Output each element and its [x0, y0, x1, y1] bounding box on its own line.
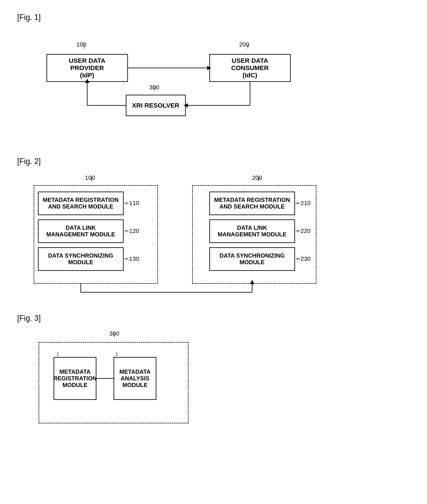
fig3-label: [Fig. 3] [17, 314, 410, 323]
figure-3: [Fig. 3] 300 310 320 METADATAREGISTRATIO… [17, 314, 410, 436]
figure-1: [Fig. 1] 100 200 300 USER DATA PROVIDER … [17, 13, 410, 140]
fig1-arrows [21, 28, 406, 140]
figure-2: [Fig. 2] 100 200 METADATA REGISTRATIONAN… [17, 157, 410, 297]
fig1-label: [Fig. 1] [17, 13, 410, 22]
fig2-arrows [21, 172, 406, 297]
svg-marker-1 [207, 66, 212, 70]
svg-marker-16 [250, 280, 254, 284]
fig3-arrows [30, 329, 244, 436]
svg-marker-4 [85, 79, 89, 83]
fig2-label: [Fig. 2] [17, 157, 410, 166]
fig1-diagram: 100 200 300 USER DATA PROVIDER (IdP) USE… [21, 28, 406, 140]
svg-marker-7 [184, 103, 188, 107]
fig2-diagram: 100 200 METADATA REGISTRATIONAND SEARCH … [21, 172, 406, 297]
fig3-diagram: 300 310 320 METADATAREGISTRATIONMODULE M… [30, 329, 244, 436]
